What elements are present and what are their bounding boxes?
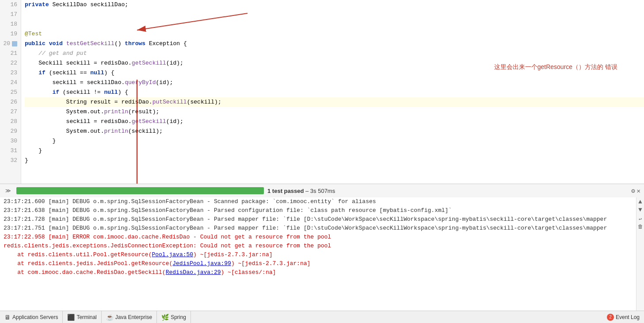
line-num-32: 32 xyxy=(0,156,21,165)
annotation-text: 这里会出来一个getResource（）方法的 错误 xyxy=(494,62,617,72)
java-enterprise-icon: ☕ xyxy=(106,314,114,321)
console-wrapper: 23:17:21.600 [main] DEBUG o.m.spring.Sql… xyxy=(0,197,644,311)
console-content: 23:17:21.600 [main] DEBUG o.m.spring.Sql… xyxy=(0,197,636,311)
spring-label: Spring xyxy=(171,314,186,320)
settings-icon[interactable]: ⚙ xyxy=(631,187,635,195)
event-log[interactable]: 2 Event Log xyxy=(602,314,644,321)
editor-area: 16 17 18 19 20 21 22 23 24 25 26 27 28 2… xyxy=(0,0,644,184)
code-line-21: // get and put xyxy=(25,49,644,58)
console-line-6: redis.clients.jedis.exceptions.JedisConn… xyxy=(0,242,636,250)
line-num-31: 31 xyxy=(0,146,21,156)
console-line-2: 23:17:21.638 [main] DEBUG o.m.spring.Sql… xyxy=(0,206,636,215)
code-line-24: seckill = seckillDao.queryById(id); xyxy=(25,78,644,88)
status-item-spring[interactable]: 🌿 Spring xyxy=(157,311,191,323)
line-numbers: 16 17 18 19 20 21 22 23 24 25 26 27 28 2… xyxy=(0,0,21,184)
code-container: 16 17 18 19 20 21 22 23 24 25 26 27 28 2… xyxy=(0,0,644,184)
java-enterprise-label: Java Enterprise xyxy=(115,314,152,320)
test-runner-header: ≫ 1 test passed – 3s 507ms ⚙ ✕ xyxy=(0,184,644,197)
toolbar-right: ⚙ ✕ xyxy=(631,187,640,195)
line-num-25: 25 xyxy=(0,88,21,97)
code-line-30: } xyxy=(25,136,644,146)
app-servers-label: Application Servers xyxy=(12,314,58,320)
status-item-terminal[interactable]: ⬛ Terminal xyxy=(63,311,101,323)
clear-icon[interactable]: 🗑 xyxy=(638,223,643,230)
jedispool-link[interactable]: JedisPool.java:99 xyxy=(172,260,231,267)
scroll-down-icon[interactable]: ▼ xyxy=(638,206,642,213)
redisdao-link[interactable]: RedisDao.java:29 xyxy=(166,269,221,276)
pool-link[interactable]: Pool.java:50 xyxy=(152,251,193,258)
code-lines: private SeckillDao seckillDao; @Test pub… xyxy=(21,0,644,184)
code-line-29: System.out.println(seckill); xyxy=(25,127,644,136)
test-duration: – 3s 507ms xyxy=(305,188,335,194)
line-num-30: 30 xyxy=(0,136,21,146)
event-log-badge: 2 xyxy=(607,314,614,321)
code-line-17 xyxy=(25,10,644,19)
console-line-3: 23:17:21.728 [main] DEBUG o.m.spring.Sql… xyxy=(0,215,636,224)
code-line-16: private SeckillDao seckillDao; xyxy=(25,0,644,10)
app-servers-icon: 🖥 xyxy=(4,314,11,321)
console-line-7: at redis.clients.util.Pool.getResource(P… xyxy=(0,250,636,259)
line-num-19: 19 xyxy=(0,29,21,39)
terminal-icon: ⬛ xyxy=(67,314,75,321)
code-line-18 xyxy=(25,19,644,29)
close-icon[interactable]: ✕ xyxy=(637,187,640,195)
test-result: 1 test passed – 3s 507ms xyxy=(267,188,335,194)
console-line-5: 23:17:22.958 [main] ERROR com.imooc.dao.… xyxy=(0,233,636,242)
line-num-23: 23 xyxy=(0,68,21,78)
code-line-28: seckill = redisDao.getSeckill(id); xyxy=(25,117,644,127)
status-item-java-enterprise[interactable]: ☕ Java Enterprise xyxy=(102,311,157,323)
code-line-27: System.out.println(result); xyxy=(25,107,644,117)
wrap-icon[interactable]: ↩ xyxy=(639,216,642,223)
line-num-29: 29 xyxy=(0,127,21,136)
console-line-9: at com.imooc.dao.cache.RedisDao.getSecki… xyxy=(0,268,636,277)
code-line-32: } xyxy=(25,156,644,165)
event-log-label: Event Log xyxy=(616,314,640,320)
test-runner-panel: ≫ 1 test passed – 3s 507ms ⚙ ✕ xyxy=(0,184,644,197)
terminal-label: Terminal xyxy=(76,314,96,320)
line-num-17: 17 xyxy=(0,10,21,19)
expand-button[interactable]: ≫ xyxy=(4,187,13,195)
line-num-28: 28 xyxy=(0,117,21,127)
test-passed-label: 1 test passed xyxy=(267,188,304,194)
status-item-app-servers[interactable]: 🖥 Application Servers xyxy=(0,311,63,323)
line-num-20: 20 xyxy=(0,39,21,49)
line-num-26: 26 xyxy=(0,97,21,107)
spring-icon: 🌿 xyxy=(161,314,169,321)
status-bar: 🖥 Application Servers ⬛ Terminal ☕ Java … xyxy=(0,311,644,323)
console-line-1: 23:17:21.600 [main] DEBUG o.m.spring.Sql… xyxy=(0,197,636,206)
scroll-up-icon[interactable]: ▲ xyxy=(638,198,642,205)
line-num-18: 18 xyxy=(0,19,21,29)
line-num-27: 27 xyxy=(0,107,21,117)
code-line-26: String result = redisDao.putSeckill(seck… xyxy=(25,97,644,107)
progress-bar xyxy=(16,187,264,194)
code-line-25: if (seckill != null) { xyxy=(25,88,644,97)
line-num-24: 24 xyxy=(0,78,21,88)
console-line-4: 23:17:21.751 [main] DEBUG o.m.spring.Sql… xyxy=(0,224,636,233)
console-toolbar-right: ▲ ▼ ↩ 🗑 xyxy=(636,197,644,311)
bookmark-20 xyxy=(12,41,17,46)
code-line-19: @Test xyxy=(25,29,644,39)
line-num-16: 16 xyxy=(0,0,21,10)
line-num-21: 21 xyxy=(0,49,21,58)
code-line-31: } xyxy=(25,146,644,156)
code-line-20: public void testGetSeckill() throws Exce… xyxy=(25,39,644,49)
line-num-22: 22 xyxy=(0,58,21,68)
console-line-8: at redis.clients.jedis.JedisPool.getReso… xyxy=(0,259,636,268)
